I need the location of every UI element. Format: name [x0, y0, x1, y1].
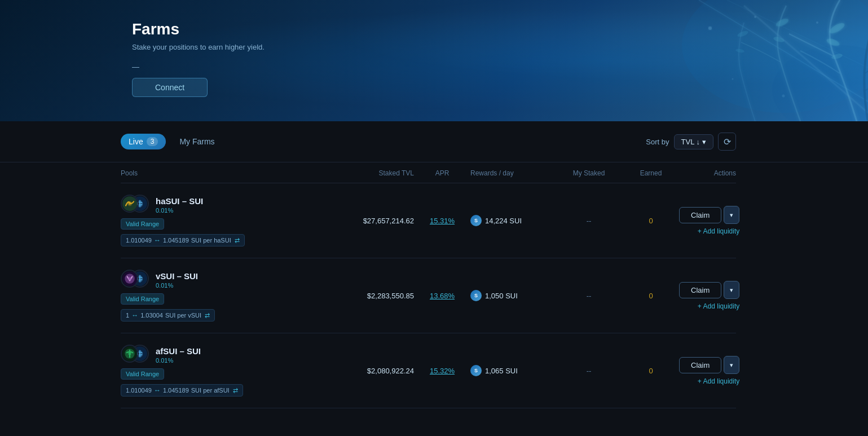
range-min: 1.010049 — [126, 237, 152, 244]
pool-fee: 0.01% — [156, 357, 201, 364]
th-rewards-day: Rewards / day — [470, 169, 555, 177]
my-staked-cell: -- — [555, 367, 623, 375]
swap-icon: ⇄ — [233, 387, 238, 394]
table-container: Pools Staked TVL APR Rewards / day My St… — [0, 162, 868, 408]
pool-cell: vSUI – SUI 0.01% Valid Range 1 ↔ 1.03004… — [121, 270, 335, 322]
actions-cell: Claim ▾ + Add liquidity — [679, 356, 739, 385]
hero-section: Farms Stake your positions to earn highe… — [0, 0, 868, 121]
valid-range-badge: Valid Range — [121, 218, 164, 230]
staked-tvl-cell: $27,657,214.62 — [335, 217, 414, 225]
pool-fee: 0.01% — [156, 282, 198, 289]
sort-chevron-icon: ▾ — [702, 138, 706, 146]
claim-button[interactable]: Claim — [679, 207, 721, 223]
pool-info: afSUI – SUI 0.01% — [121, 345, 335, 365]
dropdown-button[interactable]: ▾ — [724, 356, 739, 374]
swap-icon: ⇄ — [205, 312, 210, 319]
add-liquidity-link[interactable]: + Add liquidity — [698, 227, 739, 235]
pool-cell: afSUI – SUI 0.01% Valid Range 1.010049 ↔… — [121, 345, 335, 397]
range-max: 1.03004 — [140, 312, 163, 319]
hero-subtitle: Stake your positions to earn higher yiel… — [132, 43, 868, 51]
pool-name: vSUI – SUI — [156, 271, 198, 281]
valid-range-badge: Valid Range — [121, 293, 164, 305]
valid-range-badge: Valid Range — [121, 368, 164, 380]
rewards-amount: 1,050 SUI — [485, 292, 518, 300]
actions-cell: Claim ▾ + Add liquidity — [679, 281, 739, 310]
rewards-cell: S 14,224 SUI — [470, 215, 555, 226]
tab-my-farms[interactable]: My Farms — [179, 134, 214, 149]
refresh-button[interactable]: ⟳ — [718, 133, 736, 151]
hero-dashes: — — [132, 63, 868, 71]
tab-live-label: Live — [129, 137, 143, 146]
range-values: 1.010049 ↔ 1.045189 SUI per afSUI ⇄ — [121, 384, 243, 397]
token-icon-1 — [121, 195, 139, 213]
pool-name-section: vSUI – SUI 0.01% — [156, 271, 198, 289]
th-actions: Actions — [679, 169, 736, 177]
actions-cell: Claim ▾ + Add liquidity — [679, 206, 739, 235]
rewards-cell: S 1,050 SUI — [470, 290, 555, 301]
pool-name: afSUI – SUI — [156, 346, 201, 356]
my-staked-cell: -- — [555, 292, 623, 300]
add-liquidity-link[interactable]: + Add liquidity — [698, 302, 739, 310]
table-header: Pools Staked TVL APR Rewards / day My St… — [121, 162, 736, 183]
pool-info: vSUI – SUI 0.01% — [121, 270, 335, 290]
apr-cell[interactable]: 13.68% — [414, 292, 470, 300]
actions-row: Claim ▾ — [679, 356, 739, 374]
range-min: 1 — [126, 312, 129, 319]
pool-name: haSUI – SUI — [156, 196, 203, 206]
tabs-bar: Live 3 My Farms Sort by TVL ↓ ▾ ⟳ — [0, 121, 868, 162]
earned-cell: 0 — [623, 217, 679, 225]
th-staked-tvl: Staked TVL — [335, 169, 414, 177]
refresh-icon: ⟳ — [724, 136, 731, 147]
pool-name-section: afSUI – SUI 0.01% — [156, 346, 201, 364]
range-unit: SUI per haSUI — [191, 237, 231, 244]
table-row: vSUI – SUI 0.01% Valid Range 1 ↔ 1.03004… — [121, 258, 736, 333]
page-title: Farms — [132, 20, 868, 38]
th-earned: Earned — [623, 169, 679, 177]
rewards-cell: S 1,065 SUI — [470, 365, 555, 376]
staked-tvl-cell: $2,283,550.85 — [335, 292, 414, 300]
staked-tvl-cell: $2,080,922.24 — [335, 367, 414, 375]
table-row: haSUI – SUI 0.01% Valid Range 1.010049 ↔… — [121, 183, 736, 258]
dropdown-button[interactable]: ▾ — [724, 206, 739, 224]
earned-cell: 0 — [623, 367, 679, 375]
apr-cell[interactable]: 15.32% — [414, 367, 470, 375]
main-content: Live 3 My Farms Sort by TVL ↓ ▾ ⟳ Pools … — [0, 121, 868, 431]
tab-live[interactable]: Live 3 — [121, 134, 166, 149]
token-icon-1 — [121, 345, 139, 363]
svg-point-22 — [128, 277, 131, 280]
apr-cell[interactable]: 15.31% — [414, 217, 470, 225]
sort-label: Sort by — [646, 138, 669, 146]
sort-select[interactable]: TVL ↓ ▾ — [674, 134, 713, 149]
dropdown-button[interactable]: ▾ — [724, 281, 739, 299]
reward-coin-icon: S — [470, 290, 482, 301]
farm-rows-container: haSUI – SUI 0.01% Valid Range 1.010049 ↔… — [121, 183, 736, 408]
live-count-badge: 3 — [147, 137, 158, 146]
token-icons — [121, 195, 150, 215]
range-max: 1.045189 — [163, 237, 189, 244]
pool-info: haSUI – SUI 0.01% — [121, 195, 335, 215]
reward-coin-icon: S — [470, 215, 482, 226]
claim-button[interactable]: Claim — [679, 357, 721, 373]
reward-coin-icon: S — [470, 365, 482, 376]
tabs-left: Live 3 My Farms — [121, 134, 215, 149]
claim-button[interactable]: Claim — [679, 282, 721, 298]
actions-row: Claim ▾ — [679, 206, 739, 224]
range-unit: SUI per afSUI — [191, 387, 230, 394]
earned-cell: 0 — [623, 292, 679, 300]
th-apr: APR — [414, 169, 470, 177]
swap-icon: ⇄ — [235, 237, 240, 244]
range-arrow-icon: ↔ — [154, 386, 161, 394]
range-unit: SUI per vSUI — [165, 312, 201, 319]
rewards-amount: 1,065 SUI — [485, 367, 518, 375]
hero-content: Farms Stake your positions to earn highe… — [0, 0, 868, 97]
pool-name-section: haSUI – SUI 0.01% — [156, 196, 203, 214]
pool-cell: haSUI – SUI 0.01% Valid Range 1.010049 ↔… — [121, 195, 335, 246]
add-liquidity-link[interactable]: + Add liquidity — [698, 377, 739, 385]
th-my-staked: My Staked — [555, 169, 623, 177]
actions-row: Claim ▾ — [679, 281, 739, 299]
table-row: afSUI – SUI 0.01% Valid Range 1.010049 ↔… — [121, 333, 736, 408]
rewards-amount: 14,224 SUI — [485, 217, 522, 225]
th-pools: Pools — [121, 169, 335, 177]
connect-button[interactable]: Connect — [132, 78, 208, 97]
range-arrow-icon: ↔ — [131, 311, 138, 319]
